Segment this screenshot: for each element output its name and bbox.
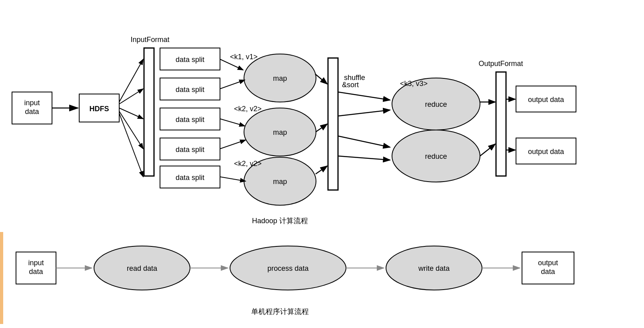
data-split-5-label: data split [176, 174, 204, 182]
map-2-label: map [273, 128, 287, 136]
reduce-1-label: reduce [425, 100, 447, 108]
svg-line-17 [338, 110, 390, 116]
svg-line-21 [480, 144, 495, 156]
output-data-2-label: output data [528, 148, 564, 156]
hadoop-title: Hadoop 计算流程 [252, 217, 308, 225]
svg-line-14 [316, 124, 327, 132]
svg-line-7 [119, 113, 143, 177]
hdfs-label: HDFS [90, 105, 109, 113]
svg-line-12 [220, 177, 246, 181]
reduce-2-label: reduce [425, 152, 447, 160]
bottom-output-label-2: data [541, 268, 555, 276]
outputformat-label: OutputFormat [478, 60, 523, 68]
shuffle-label-1: shuffle [344, 74, 365, 82]
input-data-label: input [24, 99, 40, 107]
k3v3-label: <k3, v3> [400, 80, 428, 88]
bottom-output-label-1: output [538, 259, 558, 267]
inputformat-label: InputFormat [130, 36, 169, 44]
input-data-label2: data [25, 108, 39, 116]
svg-line-11 [220, 140, 246, 149]
output-data-1-label: output data [528, 96, 564, 104]
svg-line-13 [315, 74, 327, 84]
k2v2-label-2: <k2, v2> [234, 160, 262, 168]
k1v1-label: <k1, v1> [230, 53, 258, 61]
inputformat-rect [144, 48, 154, 176]
data-split-4-label: data split [176, 146, 204, 154]
svg-line-10 [220, 119, 245, 126]
outputformat-rect [496, 72, 506, 176]
map-3-label: map [273, 178, 287, 186]
k2v2-label-1: <k2, v2> [234, 105, 262, 113]
map-1-label: map [273, 74, 287, 82]
process-data-label: process data [267, 264, 309, 272]
svg-rect-28 [0, 232, 3, 324]
shuffle-label-2: &sort [342, 81, 359, 89]
svg-line-3 [119, 59, 143, 102]
data-split-3-label: data split [176, 116, 204, 124]
svg-line-16 [338, 92, 390, 100]
bottom-input-label-2: data [29, 268, 43, 276]
data-split-2-label: data split [176, 86, 204, 94]
write-data-label: write data [418, 264, 450, 272]
svg-line-19 [338, 156, 390, 160]
svg-line-9 [220, 80, 245, 89]
svg-line-4 [119, 89, 143, 104]
data-split-1-label: data split [176, 56, 204, 64]
svg-line-8 [220, 59, 243, 70]
single-machine-title: 单机程序计算流程 [251, 308, 309, 316]
svg-line-15 [316, 166, 327, 174]
read-data-label: read data [127, 264, 158, 272]
svg-line-18 [338, 136, 390, 147]
diagram-container: input data HDFS InputFormat data split d… [0, 0, 644, 328]
shuffle-rect [328, 58, 338, 190]
bottom-input-label-1: input [28, 259, 44, 267]
